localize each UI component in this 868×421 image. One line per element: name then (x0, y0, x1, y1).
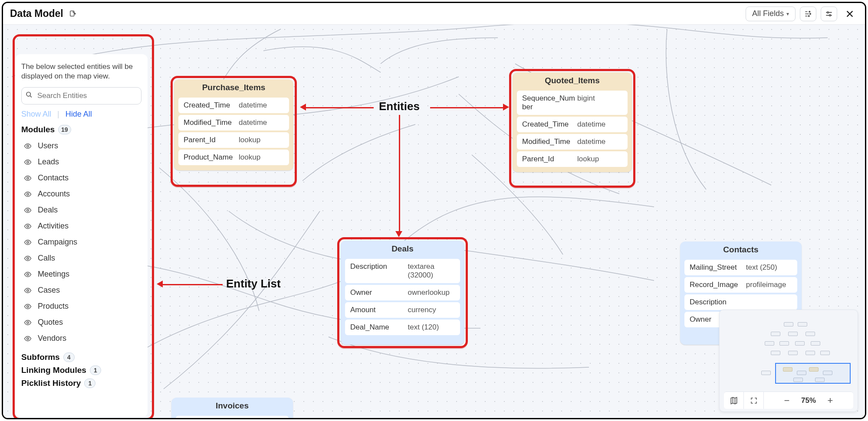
module-label: Campaigns (38, 238, 77, 247)
count-badge: 1 (90, 366, 101, 375)
entity-purchase-items[interactable]: Purchase_Items Created_Timedatetime Modi… (174, 79, 293, 170)
search-icon (26, 91, 33, 101)
module-label: Quotes (38, 318, 63, 327)
hide-all-link[interactable]: Hide All (66, 110, 92, 119)
eye-icon (23, 303, 33, 310)
module-label: Contacts (38, 173, 69, 183)
field-row: Modified_Timedatetime (517, 134, 628, 150)
minimap-canvas[interactable] (724, 314, 853, 388)
close-button[interactable] (842, 7, 858, 21)
fields-dropdown-label: All Fields (752, 9, 784, 18)
count-badge: 4 (63, 352, 75, 362)
arrow-head-icon (300, 104, 306, 111)
topbar: Data Model All Fields ▾ (3, 3, 865, 25)
eye-icon (23, 319, 33, 326)
module-item[interactable]: Vendors (21, 330, 141, 346)
annotation-arrow (305, 107, 374, 108)
count-badge: 19 (58, 125, 71, 134)
field-row: Amountcurrency (345, 302, 460, 318)
eye-icon (23, 335, 33, 343)
svg-point-7 (27, 145, 29, 147)
open-doc-icon[interactable] (68, 9, 77, 19)
field-row: Parent_Idlookup (178, 132, 289, 148)
field-row: Deal_Nametext (120) (345, 320, 460, 335)
field-row: Mailing_Streettext (250) (684, 260, 797, 275)
module-item[interactable]: Meetings (21, 266, 141, 282)
eye-icon (23, 238, 33, 246)
module-label: Meetings (38, 270, 69, 279)
module-item[interactable]: Quotes (21, 314, 141, 330)
svg-point-14 (27, 257, 29, 259)
module-label: Vendors (38, 334, 66, 343)
layout-button[interactable] (800, 7, 816, 21)
fullscreen-icon[interactable] (744, 392, 764, 409)
module-item[interactable]: Deals (21, 202, 141, 218)
entity-title: Invoices (171, 398, 293, 414)
field-row: Product_Namelookup (178, 150, 289, 165)
svg-point-12 (27, 225, 29, 227)
module-label: Accounts (38, 189, 70, 199)
entity-invoices[interactable]: Invoices Ownerownerlook (171, 398, 293, 419)
show-all-link[interactable]: Show All (21, 110, 51, 119)
svg-point-18 (27, 321, 29, 323)
arrow-head-icon (395, 231, 402, 237)
zoom-out-button[interactable]: − (780, 395, 793, 406)
modules-section: Modules 19 (21, 125, 141, 134)
module-item[interactable]: Accounts (21, 186, 141, 202)
eye-icon (23, 158, 33, 166)
svg-point-13 (27, 241, 29, 243)
eye-icon (23, 174, 33, 182)
zoom-level: 75% (801, 396, 816, 405)
settings-sliders-icon[interactable] (821, 7, 837, 21)
entity-deals[interactable]: Deals Descriptiontextarea (32000) Ownero… (341, 241, 464, 345)
minimap-toggle-icon[interactable] (724, 392, 744, 409)
module-label: Activities (38, 222, 69, 231)
zoom-in-button[interactable]: + (824, 395, 837, 406)
svg-point-11 (27, 209, 29, 211)
svg-point-2 (810, 13, 811, 14)
eye-icon (23, 287, 33, 294)
module-label: Users (38, 141, 58, 150)
module-item[interactable]: Calls (21, 250, 141, 266)
sidebar-hint: The below selected entities will be disp… (21, 62, 141, 81)
entity-quoted-items[interactable]: Quoted_Items Sequence_Numberbigint Creat… (513, 72, 632, 172)
svg-point-8 (27, 161, 29, 163)
eye-icon (23, 142, 33, 150)
page-title: Data Model (10, 8, 63, 20)
entity-sidebar: The below selected entities will be disp… (15, 54, 148, 417)
eye-icon (23, 271, 33, 278)
module-item[interactable]: Campaigns (21, 234, 141, 250)
field-row: Created_Timedatetime (178, 98, 289, 113)
arrow-head-icon (157, 281, 163, 287)
module-item[interactable]: Activities (21, 218, 141, 234)
svg-point-3 (808, 15, 809, 16)
module-item[interactable]: Users (21, 138, 141, 154)
minimap-panel: − 75% + (719, 310, 858, 412)
module-label: Calls (38, 254, 55, 263)
module-label: Cases (38, 286, 60, 295)
field-row: Parent_Idlookup (517, 151, 628, 167)
svg-point-4 (827, 12, 829, 13)
module-item[interactable]: Cases (21, 282, 141, 298)
picklist-history-section: Picklist History 1 (21, 379, 141, 388)
svg-point-19 (27, 337, 29, 339)
field-row: Descriptiontextarea (32000) (345, 259, 460, 283)
svg-point-9 (27, 177, 29, 179)
search-entities-input[interactable] (21, 87, 141, 104)
module-item[interactable]: Contacts (21, 170, 141, 186)
module-item[interactable]: Leads (21, 154, 141, 170)
minimap-viewport[interactable] (775, 363, 851, 384)
canvas[interactable]: Purchase_Items Created_Timedatetime Modi… (3, 25, 865, 418)
entity-title: Quoted_Items (513, 72, 632, 89)
module-item[interactable]: Products (21, 298, 141, 314)
entity-title: Deals (341, 241, 464, 257)
annotation-entitylist-label: Entity List (226, 277, 281, 290)
module-label: Products (38, 302, 69, 311)
svg-rect-0 (70, 11, 74, 16)
eye-icon (23, 206, 33, 214)
eye-icon (23, 190, 33, 198)
entity-title: Contacts (680, 242, 802, 258)
fields-dropdown[interactable]: All Fields ▾ (746, 7, 796, 21)
field-row: Ownerownerlookup (345, 285, 460, 300)
field-row: Modified_Timedatetime (178, 115, 289, 131)
